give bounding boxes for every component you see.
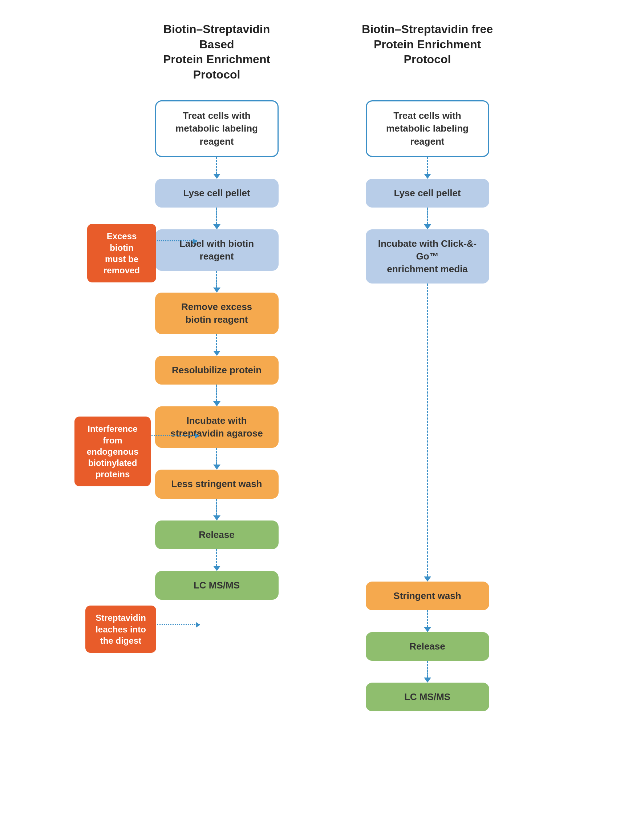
left-arrow-3 [213,271,221,293]
left-lcmsms-box: LC MS/MS [155,571,279,600]
right-arrow-2 [424,208,431,229]
columns-header: Biotin–Streptavidin Based Protein Enrich… [15,22,629,82]
left-streptavidin-box: Incubate with streptavidin agarose [155,406,279,448]
right-arrow-4 [424,610,431,632]
left-arrow-4 [213,334,221,356]
left-label-biotin-box: Label with biotin reagent [155,229,279,271]
side-note-excess-biotin: Excess biotin must be removed [87,224,156,283]
left-arrow-5 [213,384,221,406]
right-treat-cells-box: Treat cells with metabolic labeling reag… [366,100,489,157]
right-flow-column: Treat cells with metabolic labeling reag… [359,100,497,711]
right-click-go-box: Incubate with Click-&-Go™ enrichment med… [366,229,489,283]
right-stringent-wash-box: Stringent wash [366,581,489,610]
left-treat-cells-box: Treat cells with metabolic labeling reag… [155,100,279,157]
right-release-box: Release [366,632,489,661]
side-note-interference: Interference from endogenous biotinylate… [74,417,151,486]
right-arrow-5 [424,661,431,683]
left-arrow-1 [213,157,221,179]
right-arrow-1 [424,157,431,179]
left-less-stringent-box: Less stringent wash [155,470,279,498]
left-column-title: Biotin–Streptavidin Based Protein Enrich… [148,22,286,82]
right-column-title: Biotin–Streptavidin free Protein Enrichm… [359,22,497,82]
left-arrow-6 [213,448,221,470]
page: Biotin–Streptavidin Based Protein Enrich… [0,0,644,824]
left-arrow-2 [213,208,221,229]
left-remove-excess-box: Remove excess biotin reagent [155,293,279,334]
right-arrow-3 [424,283,431,581]
connector-2 [152,435,199,436]
left-arrow-8 [213,549,221,571]
right-lyse-box: Lyse cell pellet [366,179,489,208]
flow-columns: Treat cells with metabolic labeling reag… [148,100,497,711]
left-resolubilize-box: Resolubilize protein [155,356,279,384]
left-flow-column: Treat cells with metabolic labeling reag… [148,100,286,711]
connector-3 [157,624,200,625]
side-note-streptavidin: Streptavidin leaches into the digest [85,606,156,653]
right-lcmsms-box: LC MS/MS [366,683,489,711]
connector-1 [157,240,197,241]
left-lyse-box: Lyse cell pellet [155,179,279,208]
left-arrow-7 [213,499,221,521]
left-release-box: Release [155,521,279,549]
